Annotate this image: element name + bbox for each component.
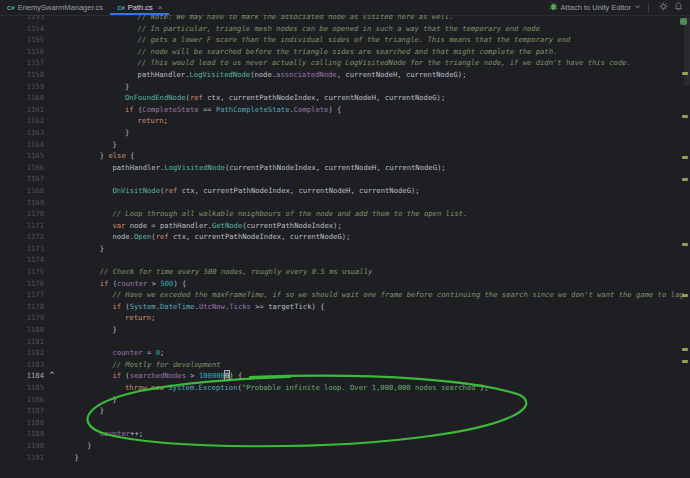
line-number[interactable]: 1168	[0, 185, 44, 197]
code-line[interactable]: 1191}	[0, 452, 690, 464]
line-number[interactable]: 1161	[0, 104, 44, 116]
line-number[interactable]: 1155	[0, 34, 44, 46]
code-line[interactable]: 1170// Loop through all walkable neighbo…	[0, 208, 690, 220]
code-line[interactable]: 1174	[0, 254, 690, 266]
code-line[interactable]: 1172node.Open(ref ctx, currentPathNodeIn…	[0, 231, 690, 243]
code-line[interactable]: 1167	[0, 173, 690, 185]
line-number[interactable]: 1180	[0, 324, 44, 336]
line-number[interactable]: 1188	[0, 417, 44, 429]
stripe-mark[interactable]	[682, 360, 688, 363]
notifications-bell-icon[interactable]	[674, 2, 683, 13]
line-number[interactable]: 1183	[0, 359, 44, 371]
line-number[interactable]: 1154	[0, 23, 44, 35]
code-line[interactable]: 1155// gets a lower F score than the ind…	[0, 34, 690, 46]
line-number[interactable]: 1172	[0, 231, 44, 243]
code-line[interactable]: 1159}	[0, 81, 690, 93]
line-number[interactable]: 1186	[0, 394, 44, 406]
code-line[interactable]: 1173}	[0, 243, 690, 255]
stripe-mark[interactable]	[682, 294, 688, 297]
line-number[interactable]: 1184	[0, 370, 44, 382]
code-line[interactable]: 1164}	[0, 139, 690, 151]
code-line[interactable]: 1187}	[0, 405, 690, 417]
code-line[interactable]: 1153// Note: We may have to mark the ass…	[0, 15, 690, 23]
line-number[interactable]: 1185	[0, 382, 44, 394]
code-text	[60, 173, 62, 185]
code-line[interactable]: 1182counter = 0;	[0, 347, 690, 359]
line-number[interactable]: 1167	[0, 173, 44, 185]
code-editor[interactable]: 1153// Note: We may have to mark the ass…	[0, 15, 690, 478]
code-line[interactable]: 1156// node will be searched before the …	[0, 46, 690, 58]
code-line[interactable]: 1176if (counter > 500) {	[0, 278, 690, 290]
code-text: }	[60, 440, 92, 452]
code-line[interactable]: 1185throw new System.Exception("Probable…	[0, 382, 690, 394]
code-line[interactable]: 1160OnFoundEndNode(ref ctx, currentPathN…	[0, 92, 690, 104]
line-number[interactable]: 1160	[0, 92, 44, 104]
run-config-widget[interactable]: Attach to Unity Editor	[545, 0, 645, 15]
line-number[interactable]: 1164	[0, 139, 44, 151]
settings-gear-icon[interactable]	[659, 2, 668, 13]
scrollbar-thumb[interactable]	[684, 16, 690, 86]
line-number[interactable]: 1176	[0, 278, 44, 290]
stripe-mark[interactable]	[682, 348, 688, 351]
code-line[interactable]: 1181	[0, 336, 690, 348]
stripe-mark[interactable]	[682, 178, 688, 181]
gutter-spacer	[44, 289, 60, 301]
code-line[interactable]: 1186}	[0, 394, 690, 406]
code-line[interactable]: 1184^if (searchedNodes > 1000000) {	[0, 370, 690, 382]
code-line[interactable]: 1190}	[0, 440, 690, 452]
code-line[interactable]: 1183// Mostly for development	[0, 359, 690, 371]
stripe-mark[interactable]	[682, 115, 688, 118]
line-number[interactable]: 1153	[0, 15, 44, 23]
line-number[interactable]: 1156	[0, 46, 44, 58]
code-line[interactable]: 1179return;	[0, 312, 690, 324]
line-number[interactable]: 1173	[0, 243, 44, 255]
code-line[interactable]: 1154// In particular, triangle mesh node…	[0, 23, 690, 35]
line-number[interactable]: 1175	[0, 266, 44, 278]
line-number[interactable]: 1178	[0, 301, 44, 313]
code-line[interactable]: 1161if (CompleteState == PathCompleteSta…	[0, 104, 690, 116]
code-line[interactable]: 1188	[0, 417, 690, 429]
code-line[interactable]: 1178if (System.DateTime.UtcNow.Ticks >= …	[0, 301, 690, 313]
code-line[interactable]: 1180}	[0, 324, 690, 336]
tab-path[interactable]: C# Path.cs ×	[110, 0, 169, 15]
line-number[interactable]: 1166	[0, 162, 44, 174]
line-number[interactable]: 1182	[0, 347, 44, 359]
tab-enemy-swarm-manager[interactable]: C# EnemySwarmManager.cs	[0, 0, 110, 15]
code-text: // Loop through all walkable neighbours …	[60, 208, 467, 220]
code-line[interactable]: 1165} else {	[0, 150, 690, 162]
line-number[interactable]: 1170	[0, 208, 44, 220]
code-line[interactable]: 1171var node = pathHandler.GetNode(curre…	[0, 220, 690, 232]
code-line[interactable]: 1157// This would lead to us never actua…	[0, 57, 690, 69]
line-number[interactable]: 1171	[0, 220, 44, 232]
code-line[interactable]: 1166pathHandler.LogVisitedNode(currentPa…	[0, 162, 690, 174]
code-line[interactable]: 1163}	[0, 127, 690, 139]
line-number[interactable]: 1163	[0, 127, 44, 139]
line-number[interactable]: 1159	[0, 81, 44, 93]
line-number[interactable]: 1189	[0, 428, 44, 440]
line-number[interactable]: 1165	[0, 150, 44, 162]
code-line[interactable]: 1158pathHandler.LogVisitedNode(node.asso…	[0, 69, 690, 81]
line-number[interactable]: 1162	[0, 115, 44, 127]
line-number[interactable]: 1190	[0, 440, 44, 452]
code-line[interactable]: 1189counter++;	[0, 428, 690, 440]
close-tab-icon[interactable]: ×	[158, 4, 163, 12]
line-number[interactable]: 1179	[0, 312, 44, 324]
stripe-mark[interactable]	[682, 243, 688, 246]
gutter-spacer	[44, 359, 60, 371]
code-line[interactable]: 1162return;	[0, 115, 690, 127]
line-number[interactable]: 1191	[0, 452, 44, 464]
line-number[interactable]: 1181	[0, 336, 44, 348]
line-number[interactable]: 1177	[0, 289, 44, 301]
line-number[interactable]: 1158	[0, 69, 44, 81]
line-number[interactable]: 1157	[0, 57, 44, 69]
line-number[interactable]: 1169	[0, 197, 44, 209]
line-number[interactable]: 1187	[0, 405, 44, 417]
code-text: counter++;	[60, 428, 143, 440]
line-number[interactable]: 1174	[0, 254, 44, 266]
code-line[interactable]: 1169	[0, 197, 690, 209]
inspections-widget[interactable]	[680, 18, 687, 25]
code-line[interactable]: 1175// Check for time every 500 nodes, r…	[0, 266, 690, 278]
code-line[interactable]: 1168OnVisitNode(ref ctx, currentPathNode…	[0, 185, 690, 197]
stripe-mark[interactable]	[682, 156, 688, 159]
code-line[interactable]: 1177// Have we exceded the maxFrameTime,…	[0, 289, 690, 301]
